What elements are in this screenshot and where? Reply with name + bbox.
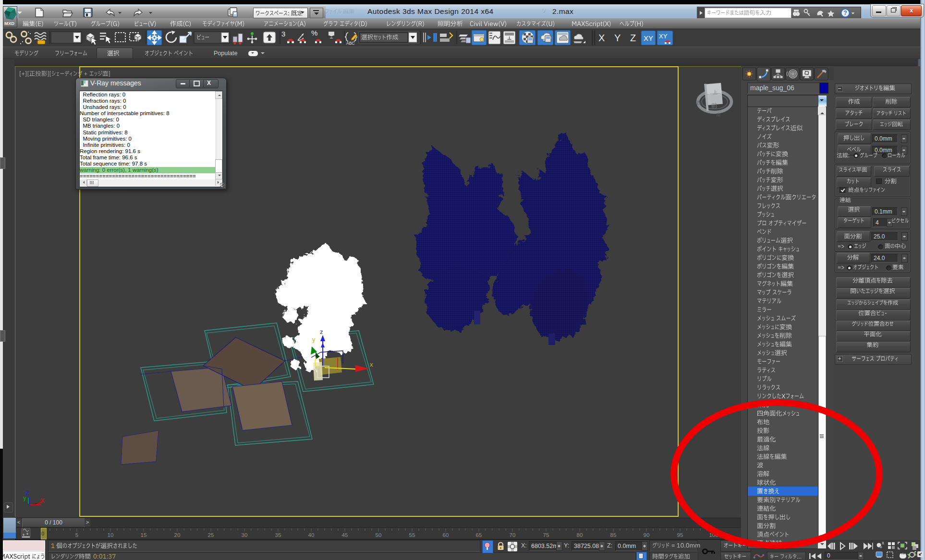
svg-text:15: 15 bbox=[141, 532, 147, 538]
svg-text:10: 10 bbox=[108, 532, 114, 538]
svg-text:55: 55 bbox=[409, 532, 415, 538]
svg-text:70: 70 bbox=[510, 532, 516, 538]
svg-text:80: 80 bbox=[577, 532, 583, 538]
svg-text:95: 95 bbox=[677, 532, 683, 538]
svg-text:y: y bbox=[312, 336, 316, 343]
svg-text:5: 5 bbox=[75, 532, 78, 538]
svg-text:90: 90 bbox=[644, 532, 650, 538]
svg-text:20: 20 bbox=[174, 532, 181, 538]
svg-text:75: 75 bbox=[543, 532, 549, 538]
svg-text:25: 25 bbox=[208, 532, 214, 538]
svg-text:z: z bbox=[320, 328, 323, 335]
svg-text:100: 100 bbox=[709, 532, 718, 538]
svg-text:40: 40 bbox=[308, 532, 315, 538]
svg-text:±: ± bbox=[882, 540, 884, 545]
svg-text:y: y bbox=[23, 495, 26, 501]
svg-text:60: 60 bbox=[443, 532, 449, 538]
svg-text:35: 35 bbox=[275, 532, 281, 538]
svg-text:50: 50 bbox=[376, 532, 382, 538]
svg-text:x: x bbox=[370, 361, 373, 368]
svg-text:45: 45 bbox=[342, 532, 348, 538]
svg-text:85: 85 bbox=[610, 532, 617, 538]
svg-text:30: 30 bbox=[242, 532, 248, 538]
svg-text:65: 65 bbox=[476, 532, 482, 538]
svg-text:X: X bbox=[40, 497, 45, 504]
